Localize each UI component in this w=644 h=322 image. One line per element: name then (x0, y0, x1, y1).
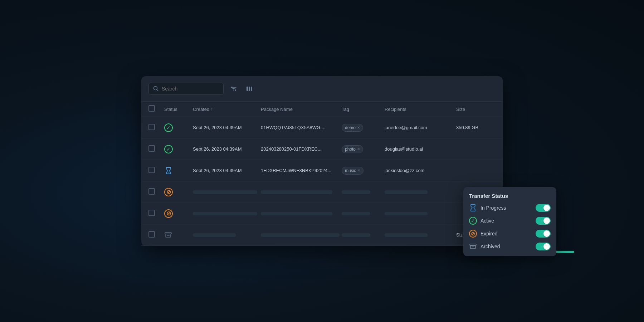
svg-line-1 (157, 90, 158, 91)
in-progress-toggle[interactable] (536, 204, 551, 212)
col-tag: Tag (342, 107, 385, 112)
archived-label: Archived (480, 244, 500, 249)
filter-item-in-progress: In Progress (469, 204, 551, 212)
row-checkbox[interactable] (148, 167, 155, 173)
tag-cell: music✕ (342, 167, 385, 175)
status-active-icon: ✓ (164, 123, 193, 132)
col-package-name: Package Name (261, 107, 342, 112)
toolbar (141, 76, 503, 102)
row-checkbox[interactable] (148, 188, 155, 195)
popup-title: Transfer Status (469, 193, 551, 199)
created-cell: Sept 26, 2023 04:39AM (193, 146, 261, 152)
archived-toggle[interactable] (536, 243, 551, 250)
svg-point-5 (231, 87, 233, 88)
table-header: Status Created ↑ Package Name Tag Recipi… (141, 102, 503, 117)
row-checkbox[interactable] (148, 231, 155, 238)
select-all-checkbox[interactable] (148, 105, 155, 112)
filter-item-active: ✓ Active (469, 217, 551, 225)
package-name-cell: 01HWQQTVJ85TQX5A8WG.... (261, 125, 342, 130)
created-cell: Sept 26, 2023 04:39AM (193, 125, 261, 130)
active-label: Active (480, 218, 494, 224)
search-input[interactable] (162, 86, 219, 92)
sort-arrow-icon: ↑ (211, 107, 213, 111)
col-status: Status (164, 107, 193, 112)
expired-label: Expired (480, 231, 497, 236)
select-all-col (148, 105, 164, 113)
recipients-cell: janedoe@gmail.com (385, 125, 456, 130)
status-in-progress-icon (164, 166, 193, 175)
columns-icon (246, 85, 253, 92)
package-name-cell: 202403280250-01FDXREC... (261, 146, 342, 152)
table-row: ⊘ (141, 203, 503, 224)
filter-item-expired: ⊘ Expired (469, 230, 551, 238)
svg-rect-10 (251, 87, 252, 91)
tag-cell: photo✕ (342, 145, 385, 153)
package-name-cell: 1FDXRECMJWNF3NBKP92024... (261, 168, 342, 173)
row-checkbox[interactable] (148, 210, 155, 216)
table-row: ✓ Sept 26, 2023 04:39AM 202403280250-01F… (141, 138, 503, 160)
size-cell: 350.89 GB (456, 125, 496, 130)
active-toggle[interactable] (536, 217, 551, 225)
archived-status-icon (469, 243, 477, 250)
svg-rect-9 (249, 87, 250, 91)
transfer-status-popup: Transfer Status In Progress ✓ Active (463, 187, 556, 256)
svg-rect-8 (247, 87, 248, 91)
search-icon (153, 86, 159, 92)
search-box[interactable] (148, 83, 224, 95)
svg-point-7 (235, 89, 236, 91)
table-row: ✓ Sept 26, 2023 04:39AM 01HWQQTVJ85TQX5A… (141, 117, 503, 138)
in-progress-status-icon (469, 204, 477, 212)
created-cell: Sept 26, 2023 04:39AM (193, 168, 261, 173)
row-checkbox[interactable] (148, 124, 155, 130)
columns-button[interactable] (244, 83, 255, 94)
status-archived-icon (164, 231, 193, 239)
col-created[interactable]: Created ↑ (193, 107, 261, 112)
tag-cell: demo✕ (342, 124, 385, 132)
status-expired-icon: ⊘ (164, 209, 193, 218)
svg-point-6 (233, 88, 234, 89)
expired-toggle[interactable] (536, 230, 551, 238)
main-panel: Status Created ↑ Package Name Tag Recipi… (141, 76, 503, 246)
row-checkbox[interactable] (148, 145, 155, 152)
col-recipients: Recipients (385, 107, 456, 112)
table-row: Sept 26, 2023 04:39AM 1FDXRECMJWNF3NBKP9… (141, 160, 503, 181)
status-active-icon: ✓ (164, 145, 193, 153)
active-status-icon: ✓ (469, 217, 477, 225)
recipients-cell: jackiesloo@zz.com (385, 168, 456, 173)
expired-status-icon: ⊘ (469, 230, 477, 238)
in-progress-label: In Progress (480, 205, 506, 211)
filter-icon (230, 85, 237, 92)
table-row: Size (141, 224, 503, 246)
filter-item-archived: Archived (469, 243, 551, 250)
col-size: Size (456, 107, 496, 112)
recipients-cell: douglas@studio.ai (385, 146, 456, 152)
table-row: ⊘ (141, 181, 503, 203)
filter-button[interactable] (228, 83, 239, 94)
status-expired-icon: ⊘ (164, 188, 193, 196)
